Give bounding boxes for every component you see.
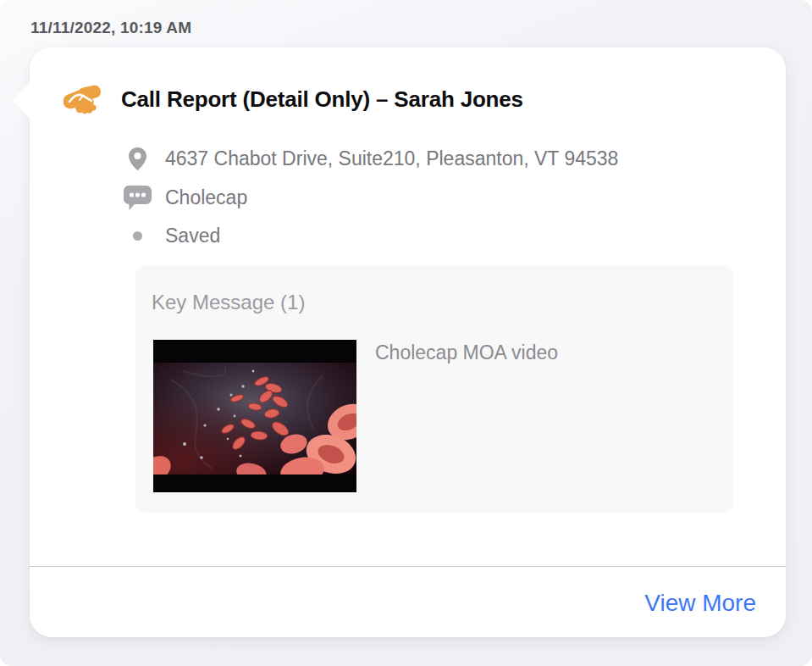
key-message-item: Cholecap MOA video	[153, 340, 558, 492]
key-message-title: Key Message (1)	[152, 291, 305, 314]
location-pin-icon	[118, 147, 157, 170]
handshake-icon	[64, 85, 101, 116]
call-report-card[interactable]: Call Report (Detail Only) – Sarah Jones …	[30, 47, 786, 637]
detail-row-product: Cholecap	[118, 181, 247, 214]
entry-timestamp: 11/11/2022, 10:19 AM	[30, 19, 191, 37]
view-more-button[interactable]: View More	[644, 590, 756, 617]
video-thumbnail[interactable]	[153, 340, 356, 492]
card-footer-divider	[30, 566, 786, 567]
card-title: Call Report (Detail Only) – Sarah Jones	[121, 86, 523, 113]
product-text: Cholecap	[165, 186, 247, 209]
status-text: Saved	[165, 225, 220, 247]
card-tail-pointer	[12, 81, 30, 119]
detail-row-address: 4637 Chabot Drive, Suite210, Pleasanton,…	[118, 142, 618, 175]
speech-bubble-icon	[118, 186, 157, 210]
key-message-caption: Cholecap MOA video	[375, 341, 558, 364]
timeline-screen: 11/11/2022, 10:19 AM Call Report (Detail…	[0, 0, 812, 666]
detail-row-status: Saved	[118, 219, 220, 252]
key-message-panel: Key Message (1)	[135, 265, 733, 513]
address-text: 4637 Chabot Drive, Suite210, Pleasanton,…	[165, 147, 618, 170]
status-dot-icon	[118, 231, 157, 241]
